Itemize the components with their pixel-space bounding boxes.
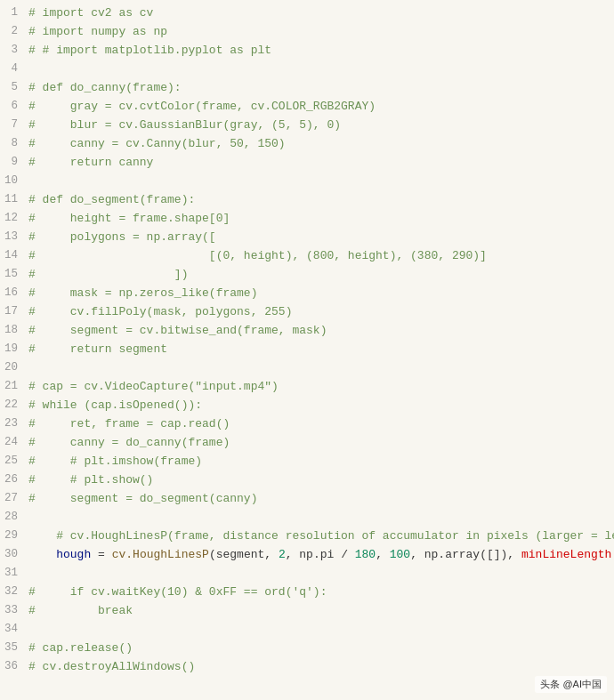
line-content: # cap.release() [28,639,133,657]
line-content: # mask = np.zeros_like(frame) [28,284,257,302]
line-number: 28 [0,508,28,527]
line-number: 2 [0,22,28,41]
line-content: # cap = cv.VideoCapture("input.mp4") [28,377,279,396]
line-number: 36 [0,657,28,676]
line-number: 10 [0,172,28,190]
line-number: 8 [0,134,28,153]
code-line: 11# def do_segment(frame): [0,190,614,209]
line-content: # blur = cv.GaussianBlur(gray, (5, 5), 0… [28,116,341,134]
code-line: 33# break [0,601,614,620]
code-line: 23# ret, frame = cap.read() [0,414,614,433]
code-line: 17# cv.fillPoly(mask, polygons, 255) [0,302,614,321]
code-line: 22# while (cap.isOpened()): [0,396,614,414]
line-content: # return segment [28,340,167,358]
line-number: 14 [0,246,28,265]
line-content: # segment = cv.bitwise_and(frame, mask) [28,321,327,340]
line-number: 6 [0,97,28,116]
line-content: # gray = cv.cvtColor(frame, cv.COLOR_RGB… [28,97,376,116]
line-number: 31 [0,564,28,583]
code-line: 18# segment = cv.bitwise_and(frame, mask… [0,321,614,340]
line-number: 7 [0,116,28,134]
line-content [28,508,36,527]
code-line: 24# canny = do_canny(frame) [0,433,614,452]
line-number: 18 [0,321,28,340]
line-number: 25 [0,452,28,471]
code-editor: 1# import cv2 as cv2# import numpy as np… [0,0,614,700]
code-line: 20 [0,358,614,377]
line-number: 4 [0,60,28,78]
line-number: 3 [0,41,28,60]
line-content [28,60,36,78]
code-line: 8# canny = cv.Canny(blur, 50, 150) [0,134,614,153]
line-number: 34 [0,620,28,639]
line-number: 32 [0,583,28,601]
line-content [28,620,36,639]
line-content: # # plt.imshow(frame) [28,452,202,471]
line-content: # ret, frame = cap.read() [28,414,230,433]
line-content: # segment = do_segment(canny) [28,489,257,508]
code-line: 27# segment = do_segment(canny) [0,489,614,508]
line-content: # height = frame.shape[0] [28,209,230,228]
line-content: # if cv.waitKey(10) & 0xFF == ord('q'): [28,583,327,601]
code-line: 5# def do_canny(frame): [0,78,614,97]
line-content [28,358,36,377]
line-number: 11 [0,190,28,209]
line-content: # canny = do_canny(frame) [28,433,230,452]
line-content: # cv.HoughLinesP(frame, distance resolut… [28,527,614,545]
line-content: # import cv2 as cv [28,4,153,22]
code-line: 29 # cv.HoughLinesP(frame, distance reso… [0,527,614,545]
line-content: # break [28,601,133,620]
code-line: 26# # plt.show() [0,471,614,489]
line-content [28,564,36,583]
code-line: 21# cap = cv.VideoCapture("input.mp4") [0,377,614,396]
line-number: 12 [0,209,28,228]
code-line: 3# # import matplotlib.pyplot as plt [0,41,614,60]
line-content: # while (cap.isOpened()): [28,396,202,414]
line-content: # ]) [28,265,188,284]
line-content: # [(0, height), (800, height), (380, 290… [28,246,487,265]
line-number: 15 [0,265,28,284]
line-content: # def do_canny(frame): [28,78,182,97]
line-content: # # plt.show() [28,471,153,489]
code-line: 28 [0,508,614,527]
code-line: 7# blur = cv.GaussianBlur(gray, (5, 5), … [0,116,614,134]
code-line: 35# cap.release() [0,639,614,657]
line-content: # return canny [28,153,153,172]
line-number: 20 [0,358,28,377]
line-number: 1 [0,4,28,22]
code-line: 15# ]) [0,265,614,284]
line-number: 24 [0,433,28,452]
code-line: 31 [0,564,614,583]
line-number: 23 [0,414,28,433]
line-number: 21 [0,377,28,396]
code-line: 34 [0,620,614,639]
line-content: # polygons = np.array([ [28,228,216,246]
code-line: 1# import cv2 as cv [0,4,614,22]
line-number: 30 [0,545,28,564]
code-line: 6# gray = cv.cvtColor(frame, cv.COLOR_RG… [0,97,614,116]
watermark: 头条 @AI中国 [535,676,607,693]
line-number: 27 [0,489,28,508]
line-number: 33 [0,601,28,620]
line-number: 35 [0,639,28,657]
code-line: 19# return segment [0,340,614,358]
code-line: 25# # plt.imshow(frame) [0,452,614,471]
line-content: # cv.destroyAllWindows() [28,657,195,676]
line-content: hough = cv.HoughLinesP(segment, 2, np.pi… [28,545,614,564]
line-number: 17 [0,302,28,321]
code-line: 12# height = frame.shape[0] [0,209,614,228]
code-line: 30 hough = cv.HoughLinesP(segment, 2, np… [0,545,614,564]
line-number: 19 [0,340,28,358]
line-number: 5 [0,78,28,97]
code-line: 4 [0,60,614,78]
line-number: 22 [0,396,28,414]
line-content: # # import matplotlib.pyplot as plt [28,41,271,60]
line-number: 29 [0,527,28,545]
line-number: 16 [0,284,28,302]
line-content: # def do_segment(frame): [28,190,195,209]
line-content: # cv.fillPoly(mask, polygons, 255) [28,302,292,321]
line-content [28,172,36,190]
line-content: # import numpy as np [28,22,167,41]
line-number: 26 [0,471,28,489]
line-content: # canny = cv.Canny(blur, 50, 150) [28,134,286,153]
